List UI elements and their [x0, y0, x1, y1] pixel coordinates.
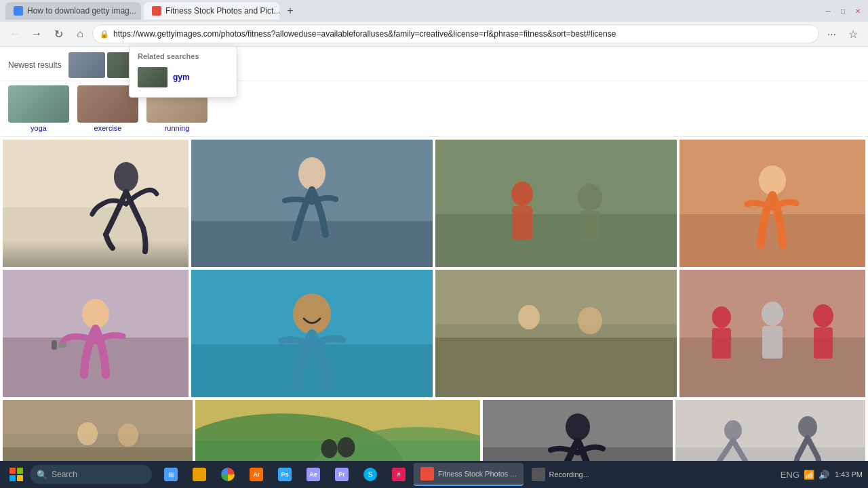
rs-label-yoga: yoga: [31, 124, 47, 132]
svg-rect-21: [191, 344, 433, 397]
svg-point-53: [798, 416, 817, 438]
svg-point-17: [82, 299, 109, 329]
chrome-icon: [221, 468, 235, 481]
svg-point-45: [321, 439, 338, 458]
title-bar: How to download getty imag... ✕ Fitness …: [0, 0, 868, 22]
related-search-yoga[interactable]: yoga: [8, 85, 69, 132]
newest-thumb-1[interactable]: [68, 52, 105, 78]
taskbar-file-explorer[interactable]: [186, 463, 213, 486]
svg-point-27: [578, 307, 602, 334]
svg-rect-4: [191, 221, 433, 267]
svg-rect-35: [814, 327, 833, 359]
lang-indicator[interactable]: ENG: [781, 470, 800, 480]
related-item-gym[interactable]: gym: [138, 64, 229, 90]
back-button[interactable]: ←: [5, 24, 24, 43]
forward-button[interactable]: →: [27, 24, 46, 43]
taskbar-chrome[interactable]: [214, 463, 241, 486]
svg-point-34: [813, 304, 833, 327]
svg-point-5: [298, 157, 326, 190]
svg-point-40: [118, 424, 138, 447]
tab-2-label: Fitness Stock Photos and Pict...: [165, 6, 279, 16]
minimize-button[interactable]: ─: [823, 6, 833, 16]
close-button[interactable]: ✕: [853, 6, 863, 16]
start-button[interactable]: [5, 464, 27, 485]
network-icon[interactable]: 📶: [804, 470, 814, 480]
nav-extra: ⋯ ☆: [822, 24, 863, 43]
tab-1-label: How to download getty imag...: [27, 6, 136, 16]
svg-point-30: [712, 306, 731, 328]
svg-rect-18: [58, 342, 66, 348]
refresh-button[interactable]: ↻: [49, 24, 68, 43]
address-text: https://www.gettyimages.com/photos/fitne…: [113, 29, 812, 39]
taskbar-browser-active[interactable]: Fitness Stock Photos ...: [414, 463, 524, 486]
nav-bar: ← → ↻ ⌂ 🔒 https://www.gettyimages.com/ph…: [0, 22, 868, 46]
taskbar-right: ENG 📶 🔊 1:43 PM: [781, 470, 863, 480]
related-thumb-gym: [138, 67, 167, 87]
volume-icon[interactable]: 🔊: [818, 470, 829, 480]
aftereffects-icon: Ae: [307, 468, 320, 481]
taskbar-items: ⊞ Ai Ps Ae: [157, 463, 596, 486]
tab-favicon-1: [14, 6, 23, 16]
tab-2[interactable]: Fitness Stock Photos and Pict... ✕: [144, 2, 279, 20]
image-woman-pink[interactable]: [679, 140, 865, 267]
taskbar-photoshop[interactable]: Ps: [271, 463, 298, 486]
premiere-icon: Pr: [335, 468, 349, 481]
taskbar-taskview[interactable]: ⊞: [157, 463, 184, 486]
maximize-button[interactable]: □: [838, 6, 848, 16]
related-searches-dropdown: Related searches gym: [129, 46, 237, 98]
image-couple-cooking[interactable]: [435, 270, 677, 397]
window-controls: ─ □ ✕: [823, 6, 863, 16]
file-explorer-icon: [193, 468, 206, 481]
tab-1[interactable]: How to download getty imag... ✕: [5, 2, 141, 20]
address-bar[interactable]: 🔒 https://www.gettyimages.com/photos/fit…: [92, 24, 819, 43]
svg-point-22: [293, 293, 331, 334]
lock-icon: 🔒: [100, 30, 109, 39]
page-content: Newest results fitness yoga: [0, 47, 868, 487]
svg-rect-38: [3, 400, 193, 434]
svg-rect-11: [580, 211, 600, 241]
taskbar-illustrator[interactable]: Ai: [243, 463, 270, 486]
image-overlay-1: [3, 240, 189, 267]
image-running-woman[interactable]: [3, 140, 189, 267]
extensions-button[interactable]: ⋯: [822, 24, 841, 43]
search-icon: 🔍: [37, 470, 47, 480]
svg-rect-9: [512, 206, 532, 240]
slack-icon: #: [392, 468, 406, 481]
svg-point-26: [518, 305, 540, 329]
svg-point-46: [338, 437, 355, 458]
svg-point-14: [759, 165, 786, 195]
photoshop-icon: Ps: [278, 468, 292, 481]
image-woman-weights[interactable]: [3, 270, 189, 397]
newest-results-label: Newest results: [8, 60, 62, 70]
new-tab-button[interactable]: +: [282, 3, 298, 19]
taskbar-aftereffects[interactable]: Ae: [300, 463, 327, 486]
recording-icon: [532, 468, 545, 481]
taskbar-recording[interactable]: Recording...: [525, 463, 596, 486]
svg-rect-13: [679, 214, 865, 267]
svg-point-39: [77, 422, 98, 445]
svg-point-8: [511, 182, 533, 206]
taskview-icon: ⊞: [164, 468, 178, 481]
taskbar-time: 1:43 PM: [835, 470, 863, 479]
tab-favicon-2: [152, 6, 161, 16]
browser-active-icon: [420, 467, 434, 481]
recording-label: Recording...: [549, 470, 589, 479]
bookmark-button[interactable]: ☆: [844, 24, 863, 43]
taskbar-premiere[interactable]: Pr: [328, 463, 355, 486]
taskbar-skype[interactable]: S: [357, 463, 384, 486]
image-couple-exercise[interactable]: [435, 140, 677, 267]
home-button[interactable]: ⌂: [71, 24, 90, 43]
taskbar-search[interactable]: 🔍 Search: [30, 465, 152, 484]
image-row-1: [0, 137, 868, 267]
skype-icon: S: [363, 468, 377, 481]
image-group-dance[interactable]: [679, 270, 865, 397]
svg-point-52: [724, 420, 742, 441]
svg-rect-7: [435, 214, 677, 267]
svg-point-32: [762, 302, 783, 326]
svg-rect-31: [712, 328, 731, 359]
image-woman-gym[interactable]: [191, 140, 433, 267]
taskbar-slack[interactable]: #: [385, 463, 412, 486]
related-label-gym: gym: [173, 73, 190, 82]
svg-rect-33: [762, 326, 783, 359]
image-woman-laughing[interactable]: [191, 270, 433, 397]
